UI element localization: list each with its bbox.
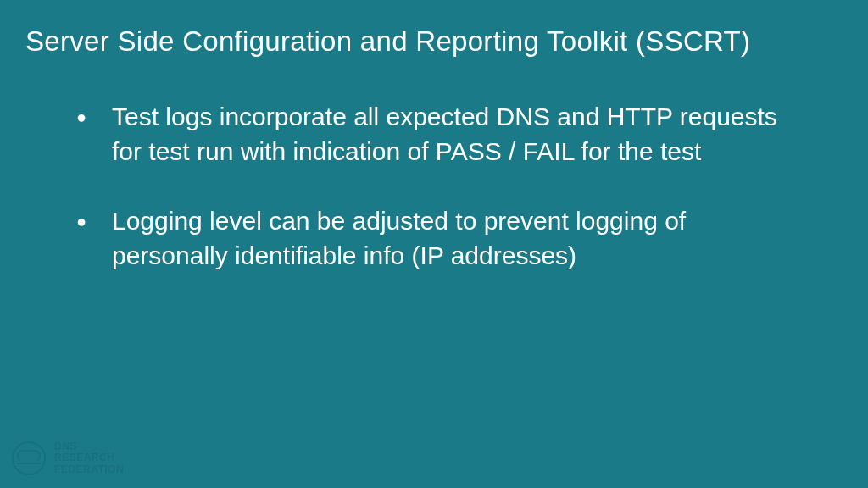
logo-watermark: DNS RESEARCH FEDERATION: [12, 441, 124, 476]
bullet-list: Test logs incorporate all expected DNS a…: [76, 100, 792, 273]
logo-text: DNS RESEARCH FEDERATION: [54, 441, 124, 476]
logo-line-3: FEDERATION: [54, 464, 124, 476]
bullet-item: Logging level can be adjusted to prevent…: [76, 204, 792, 273]
slide-content: Test logs incorporate all expected DNS a…: [0, 58, 868, 273]
logo-line-2: RESEARCH: [54, 452, 124, 464]
globe-icon: [12, 441, 46, 475]
bullet-item: Test logs incorporate all expected DNS a…: [76, 100, 792, 169]
slide-title: Server Side Configuration and Reporting …: [0, 0, 868, 58]
logo-line-1: DNS: [54, 441, 124, 453]
